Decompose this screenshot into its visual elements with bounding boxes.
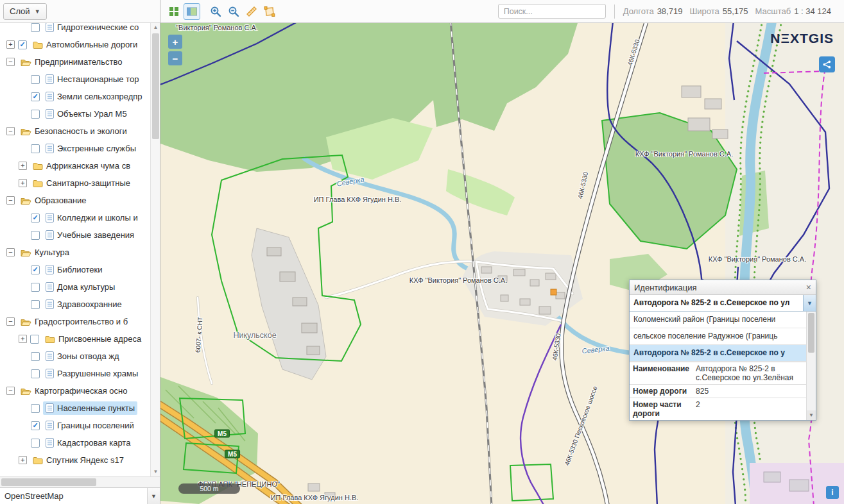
tree-item[interactable]: Зоны отвода жд [0, 348, 160, 365]
tree-item-core[interactable]: Градостроительство и б [18, 315, 130, 328]
scrollbar-thumb[interactable] [1, 478, 96, 486]
collapse-icon[interactable]: − [6, 127, 15, 135]
tree-item[interactable]: Объекты Урал М5 [0, 105, 160, 122]
popup-scrollbar[interactable]: ▼ [806, 312, 816, 420]
identify-option[interactable]: сельское поселение Радужное (Границь [630, 328, 806, 345]
tree-item[interactable]: +Присвоенные адреса [0, 330, 160, 348]
tree-vertical-scrollbar[interactable]: ▲ ▼ [150, 23, 160, 476]
tree-item[interactable]: Разрушенные храмы [0, 365, 160, 382]
map-zoom-in-button[interactable]: + [168, 35, 182, 49]
tree-item[interactable]: −Картографическая осно [0, 382, 160, 399]
scrollbar-thumb[interactable] [152, 33, 159, 139]
chevron-down-icon[interactable]: ▼ [803, 295, 816, 311]
layer-checkbox[interactable] [31, 144, 40, 153]
initial-extent-button[interactable] [166, 3, 182, 20]
layer-checkbox[interactable] [31, 231, 40, 240]
tree-item[interactable]: ✓Границы поселений [0, 417, 160, 434]
layer-checkbox[interactable]: ✓ [31, 421, 40, 430]
collapse-icon[interactable]: − [6, 196, 15, 205]
tree-item-core[interactable]: Санитарно-защитные [30, 176, 133, 190]
collapse-icon[interactable]: − [6, 58, 15, 66]
expand-icon[interactable]: + [19, 179, 27, 187]
layer-checkbox[interactable] [31, 300, 40, 309]
tree-item-core[interactable]: Населенные пункты [43, 401, 137, 415]
tree-item-core[interactable]: Образование [18, 194, 89, 207]
toggle-panel-button[interactable] [184, 3, 200, 20]
layer-menu-button[interactable]: Слой ▼ [3, 3, 47, 20]
layer-checkbox[interactable]: ✓ [18, 40, 27, 49]
tree-item-core[interactable]: Объекты Урал М5 [43, 107, 130, 121]
measure-distance-button[interactable] [243, 3, 260, 20]
layer-checkbox[interactable] [31, 352, 40, 361]
tree-item-core[interactable]: Границы поселений [43, 419, 137, 432]
tree-horizontal-scrollbar[interactable] [0, 476, 160, 487]
tree-item-core[interactable]: Спутник Яндекс s17 [30, 453, 126, 467]
tree-item-core[interactable]: Картографическая осно [18, 384, 130, 398]
tree-item[interactable]: +Спутник Яндекс s17 [0, 451, 160, 469]
tree-item-core[interactable]: Библиотеки [43, 263, 105, 276]
tree-item[interactable]: ✓Колледжи и школы и [0, 209, 160, 226]
tree-item-core[interactable]: Здравоохранние [43, 298, 125, 311]
tree-item[interactable]: Учебные заведения [0, 226, 160, 244]
scroll-down-icon[interactable]: ▼ [151, 467, 160, 476]
collapse-icon[interactable]: − [6, 317, 15, 326]
tree-item[interactable]: +Санитарно-защитные [0, 174, 160, 192]
layer-checkbox[interactable] [31, 283, 40, 292]
close-icon[interactable]: × [806, 283, 811, 292]
tree-item-core[interactable]: Экстренные службы [43, 142, 139, 155]
tree-item[interactable]: Кадастровая карта [0, 434, 160, 451]
tree-item-core[interactable]: Колледжи и школы и [43, 211, 141, 224]
tree-item[interactable]: −Безопасность и экологи [0, 122, 160, 140]
search-input[interactable] [498, 4, 606, 19]
identify-option[interactable]: Автодорога № 825-2 в с.Северское по у [630, 345, 806, 362]
layer-checkbox[interactable] [31, 110, 40, 119]
tree-item[interactable]: Населенные пункты [0, 399, 160, 417]
layer-checkbox[interactable] [31, 404, 40, 413]
scroll-up-icon[interactable]: ▲ [151, 23, 160, 32]
tree-item[interactable]: Экстренные службы [0, 140, 160, 157]
tree-item-core[interactable]: Дома культуры [43, 280, 117, 294]
scroll-down-icon[interactable]: ▼ [807, 410, 816, 420]
tree-item[interactable]: −Культура [0, 244, 160, 261]
share-button[interactable] [819, 56, 835, 72]
layer-checkbox[interactable]: ✓ [31, 214, 40, 223]
expand-icon[interactable]: + [19, 162, 27, 170]
tree-item[interactable]: Здравоохранние [0, 296, 160, 313]
layer-checkbox[interactable] [31, 23, 40, 32]
zoom-out-button[interactable] [225, 3, 242, 20]
scrollbar-thumb[interactable] [808, 313, 814, 353]
expand-icon[interactable]: + [19, 335, 27, 343]
tree-item-core[interactable]: Земли сельхозпредпр [43, 90, 145, 103]
layer-checkbox[interactable]: ✓ [31, 92, 40, 101]
tree-item-core[interactable]: Африканская чума св [30, 159, 133, 172]
layer-checkbox[interactable] [31, 369, 40, 378]
tree-item[interactable]: +✓Автомобильные дороги [0, 36, 160, 53]
tree-item[interactable]: −Предпринимательство [0, 53, 160, 71]
collapse-icon[interactable]: − [6, 387, 15, 395]
tree-item[interactable]: +Африканская чума св [0, 157, 160, 174]
tree-item-core[interactable]: Разрушенные храмы [43, 367, 141, 380]
tree-item[interactable]: Нестационарные тор [0, 71, 160, 88]
collapse-icon[interactable]: − [6, 248, 15, 256]
tree-item-core[interactable]: Гидротехнические со [43, 23, 141, 34]
map-canvas[interactable] [160, 23, 844, 504]
identify-option[interactable]: Коломенский район (Границы поселени [630, 312, 806, 328]
chevron-down-icon[interactable]: ▼ [147, 488, 160, 504]
measure-area-button[interactable] [261, 3, 278, 20]
tree-item-core[interactable]: Кадастровая карта [43, 436, 133, 449]
expand-icon[interactable]: + [19, 456, 27, 464]
tree-item-core[interactable]: Автомобильные дороги [30, 38, 140, 51]
tree-item[interactable]: −Градостроительство и б [0, 313, 160, 330]
tree-item-core[interactable]: Учебные заведения [43, 228, 137, 242]
layer-checkbox[interactable]: ✓ [31, 265, 40, 274]
info-button[interactable]: i [826, 486, 839, 499]
layer-checkbox[interactable] [31, 75, 40, 84]
tree-item-core[interactable]: Присвоенные адреса [42, 332, 144, 346]
zoom-in-button[interactable] [207, 3, 224, 20]
tree-item[interactable]: ✓Земли сельхозпредпр [0, 88, 160, 105]
tree-item[interactable]: Гидротехнические со [0, 23, 160, 36]
tree-item[interactable]: ✓Библиотеки [0, 261, 160, 278]
basemap-select[interactable]: OpenStreetMap ▼ [0, 487, 160, 504]
tree-item-core[interactable]: Безопасность и экологи [18, 124, 130, 138]
layer-checkbox[interactable] [31, 439, 40, 448]
